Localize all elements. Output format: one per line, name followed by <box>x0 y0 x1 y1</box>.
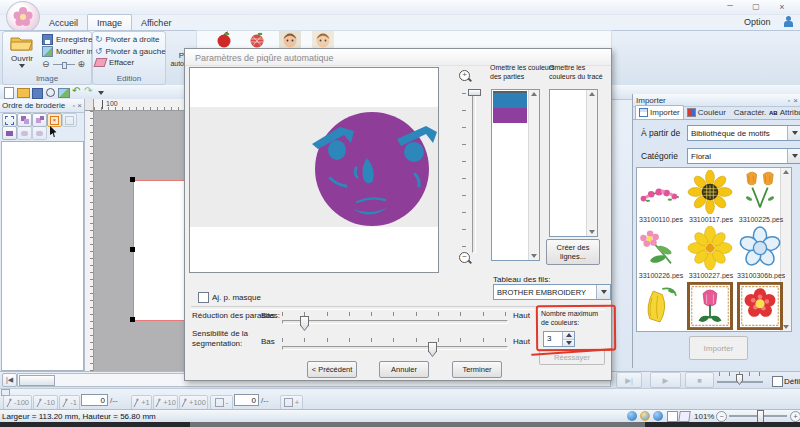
stitch-number-field[interactable]: 0 <box>81 394 108 406</box>
quick-toolbar-dropdown-icon[interactable] <box>98 91 104 95</box>
tab-couleur[interactable]: Couleur <box>684 106 729 119</box>
tab-importer[interactable]: Importer <box>635 105 684 119</box>
segmentation-slider-thumb[interactable] <box>428 342 437 357</box>
region-color-list[interactable] <box>491 89 540 261</box>
import-button[interactable]: Importer <box>689 336 748 360</box>
category-dropdown-arrow-icon[interactable] <box>787 149 800 163</box>
zoom-slider[interactable] <box>53 64 75 65</box>
order-tool-2-button[interactable] <box>17 126 32 140</box>
tab-caracteristiques[interactable]: Caractér... <box>729 106 766 119</box>
rotate-left-button[interactable]: ↺ Pivoter à gauche <box>95 46 166 56</box>
open-file-icon[interactable] <box>17 88 30 98</box>
cancel-button[interactable]: Annuler <box>379 361 429 378</box>
from-dropdown-arrow-icon[interactable] <box>787 126 800 140</box>
view-mode-2-icon[interactable] <box>640 411 650 421</box>
scroll-home-button[interactable]: |◀ <box>2 373 17 387</box>
pattern-browser[interactable]: 33100110.pes 33100117.pes <box>636 167 792 332</box>
zoom-tool-icon[interactable] <box>46 88 55 97</box>
option-menu[interactable]: Option <box>744 17 771 27</box>
tab-afficher[interactable]: Afficher <box>132 15 180 30</box>
panel-close-icon[interactable]: × <box>77 101 82 110</box>
stitch-back-10-button[interactable]: -10 <box>33 395 58 410</box>
select-cursor-icon[interactable] <box>50 126 59 138</box>
add-mask-checkbox[interactable] <box>198 292 209 303</box>
tab-attributs[interactable]: AB Attribut... <box>766 106 800 119</box>
pattern-thumbnail[interactable]: 33100226.pes <box>637 226 685 279</box>
preview-zoom-thumb[interactable] <box>468 89 481 96</box>
stitch-view-icon[interactable] <box>678 411 691 422</box>
page-handle-top-left[interactable] <box>130 177 135 182</box>
order-list[interactable] <box>1 141 84 371</box>
region-color-swatch-blue[interactable] <box>493 91 527 108</box>
stitch-fwd-1-button[interactable]: +1 <box>131 395 152 410</box>
pattern-thumbnail[interactable]: 33100306b.pes <box>737 226 785 279</box>
realistic-view-icon[interactable] <box>667 411 678 422</box>
pattern-thumbnail[interactable]: 33100227.pes <box>687 226 735 279</box>
panel-pin-icon[interactable]: ▫ <box>73 102 75 109</box>
undo-icon[interactable]: ↶ <box>72 85 80 96</box>
stitch-back-1-button[interactable]: -1 <box>59 395 80 410</box>
pattern-thumbnail[interactable] <box>637 282 685 332</box>
erase-button[interactable]: Effacer <box>95 58 134 67</box>
user-icon[interactable] <box>784 16 793 27</box>
ungroup-objects-button[interactable] <box>32 113 47 127</box>
new-document-icon[interactable] <box>4 87 14 99</box>
import-panel-pin-icon[interactable]: ▫ <box>788 97 790 104</box>
select-region-button[interactable] <box>2 113 17 127</box>
outline-list-scrollbar[interactable] <box>586 90 597 236</box>
category-dropdown[interactable]: Floral <box>687 148 800 164</box>
zoom-minus-icon[interactable]: − <box>716 411 727 422</box>
scroll-down-icon[interactable] <box>531 254 537 258</box>
preview-zoom-in-icon[interactable]: + <box>459 70 472 83</box>
previous-button[interactable]: < Précédent <box>307 361 357 378</box>
preview-zoom-track[interactable] <box>472 91 476 253</box>
segmentation-slider-track[interactable] <box>282 346 508 350</box>
tab-image[interactable]: Image <box>87 14 132 30</box>
scroll-up-icon[interactable] <box>531 92 537 96</box>
thread-chart-dropdown[interactable]: BROTHER EMBROIDERY <box>493 284 611 300</box>
hscroll-thumb[interactable] <box>19 375 55 386</box>
from-dropdown[interactable]: Bibliothèque de motifs <box>687 125 800 141</box>
create-lines-button[interactable]: Créer des lignes... <box>546 239 600 265</box>
redo-icon[interactable]: ↷ <box>84 85 92 96</box>
image-tool-icon[interactable] <box>58 88 70 98</box>
stitch-fwd-10-button[interactable]: +10 <box>153 395 178 410</box>
scroll-down-icon[interactable] <box>589 230 595 234</box>
outline-color-list[interactable] <box>549 89 598 237</box>
pattern-thumbnail[interactable] <box>737 282 785 332</box>
tab-accueil[interactable]: Accueil <box>40 15 87 30</box>
minimize-button[interactable]: ─ <box>722 2 738 12</box>
sim-play-button[interactable]: ▶ <box>650 372 681 388</box>
piece-number-field[interactable]: 0 <box>234 394 259 406</box>
image-zoom-control[interactable]: ⊖ ⊕ <box>42 59 85 69</box>
save-file-icon[interactable] <box>32 88 43 99</box>
maximize-button[interactable]: ▢ <box>748 2 764 12</box>
page-handle-mid-left[interactable] <box>130 247 135 252</box>
region-color-swatch-purple[interactable] <box>493 108 527 123</box>
zoom-plus-icon[interactable]: + <box>790 411 800 422</box>
sim-stop-button[interactable]: ■ <box>685 372 714 388</box>
pattern-thumbnail[interactable]: 33100117.pes <box>687 170 735 223</box>
open-button[interactable]: Ouvrir <box>5 33 39 78</box>
frame-button-disabled[interactable] <box>62 113 77 127</box>
finish-button[interactable]: Terminer <box>452 361 502 378</box>
close-button[interactable]: × <box>774 2 790 12</box>
order-tool-1-button[interactable] <box>2 126 17 140</box>
auto-scroll-checkbox[interactable] <box>772 376 783 387</box>
preview-zoom-out-icon[interactable]: − <box>459 252 472 265</box>
noise-slider-track[interactable] <box>282 320 508 324</box>
pattern-thumbnail[interactable]: 33100110.pes <box>637 170 685 223</box>
sim-skip-button[interactable]: ▶| <box>616 372 642 388</box>
rotate-right-button[interactable]: ↻ Pivoter à droite <box>95 34 159 44</box>
pattern-thumbnail[interactable] <box>687 282 735 332</box>
page-handle-bottom-left[interactable] <box>130 317 135 322</box>
delete-frame-button[interactable]: × <box>47 113 62 127</box>
app-logo[interactable] <box>6 1 40 33</box>
pattern-thumbnail[interactable]: 33100225.pes <box>737 170 785 223</box>
region-list-scrollbar[interactable] <box>528 90 539 260</box>
stitch-fwd-100-button[interactable]: +100 <box>179 395 208 410</box>
piece-back-button[interactable]: - <box>210 395 233 410</box>
view-mode-1-icon[interactable] <box>627 411 637 421</box>
order-tool-3-button[interactable] <box>32 126 47 140</box>
view-mode-3-icon[interactable] <box>653 411 663 421</box>
